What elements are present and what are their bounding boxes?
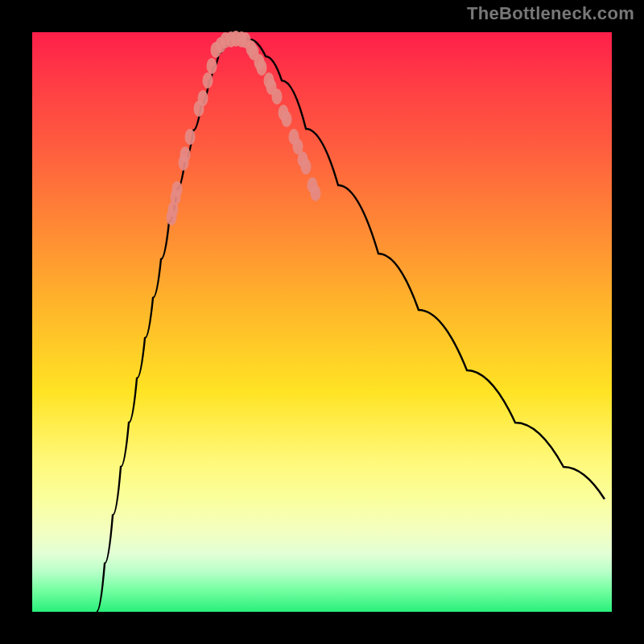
marker-dot bbox=[172, 181, 183, 197]
marker-dot bbox=[180, 147, 191, 163]
marker-dot bbox=[272, 89, 283, 105]
curve-line bbox=[97, 38, 605, 612]
chart-overlay bbox=[32, 32, 612, 612]
marker-dot bbox=[301, 159, 312, 175]
marker-dot bbox=[198, 90, 208, 106]
marker-cluster bbox=[167, 31, 321, 225]
marker-dot bbox=[207, 58, 217, 74]
marker-dot bbox=[257, 60, 267, 76]
curve-path bbox=[97, 38, 605, 612]
marker-dot bbox=[203, 72, 213, 89]
watermark-text: TheBottleneck.com bbox=[467, 3, 634, 24]
marker-dot bbox=[282, 111, 292, 127]
chart-frame: TheBottleneck.com bbox=[0, 0, 644, 644]
marker-dot bbox=[311, 185, 321, 201]
marker-dot bbox=[185, 129, 196, 145]
